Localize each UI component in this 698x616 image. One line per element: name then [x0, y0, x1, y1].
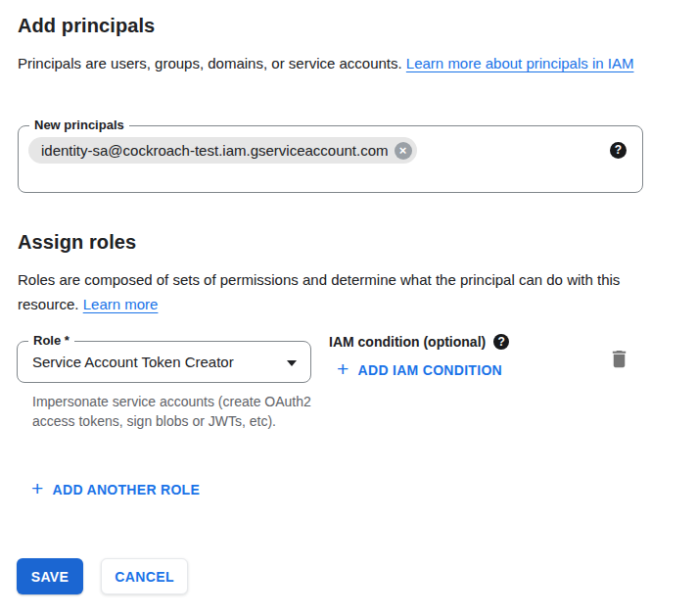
add-another-role-label: ADD ANOTHER ROLE — [53, 482, 201, 498]
page-title: Add principals — [18, 15, 155, 37]
role-helper-text: Impersonate service accounts (create OAu… — [32, 392, 316, 431]
principals-description-text: Principals are users, groups, domains, o… — [18, 55, 406, 71]
plus-icon: + — [337, 360, 349, 378]
principal-chip[interactable]: identity-sa@cockroach-test.iam.gservicea… — [28, 137, 417, 164]
iam-condition-help-icon[interactable]: ? — [493, 334, 509, 350]
role-selected-value: Service Account Token Creator — [32, 354, 234, 370]
new-principals-field[interactable]: New principals identity-sa@cockroach-tes… — [18, 125, 643, 193]
learn-more-roles-link[interactable]: Learn more — [83, 296, 159, 312]
new-principals-help-icon[interactable]: ? — [610, 142, 627, 159]
plus-icon: + — [31, 480, 44, 498]
chip-remove-icon[interactable]: × — [395, 142, 412, 160]
principal-chip-text: identity-sa@cockroach-test.iam.gservicea… — [41, 142, 389, 159]
assign-roles-title: Assign roles — [18, 231, 136, 254]
principals-description: Principals are users, groups, domains, o… — [18, 51, 656, 75]
delete-role-button[interactable] — [606, 346, 632, 375]
save-button[interactable]: SAVE — [17, 558, 83, 594]
learn-more-principals-link[interactable]: Learn more about principals in IAM — [406, 55, 634, 71]
role-select[interactable]: Role * Service Account Token Creator — [17, 341, 311, 383]
iam-condition-label: IAM condition (optional) — [329, 334, 486, 350]
role-label: Role * — [28, 333, 74, 348]
roles-description: Roles are composed of sets of permission… — [18, 267, 656, 316]
trash-icon — [608, 348, 630, 370]
add-another-role-button[interactable]: + ADD ANOTHER ROLE — [31, 482, 200, 498]
cancel-button[interactable]: CANCEL — [101, 558, 188, 594]
dropdown-arrow-icon — [287, 360, 297, 366]
add-iam-condition-label: ADD IAM CONDITION — [358, 362, 502, 378]
add-iam-condition-button[interactable]: + ADD IAM CONDITION — [337, 362, 502, 378]
iam-condition-label-row: IAM condition (optional) ? — [329, 334, 509, 350]
new-principals-label: New principals — [29, 118, 129, 132]
